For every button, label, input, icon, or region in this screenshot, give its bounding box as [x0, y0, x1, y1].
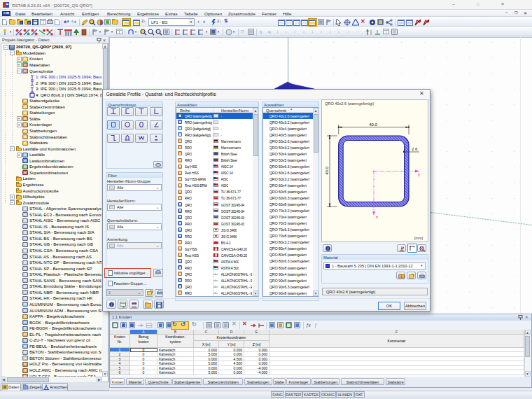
svg-text:z: z [376, 215, 378, 219]
svg-text:y: y [418, 172, 420, 176]
svg-text:40.0: 40.0 [325, 167, 329, 175]
svg-text:40.0: 40.0 [369, 122, 377, 127]
svg-text:2.6: 2.6 [412, 147, 418, 151]
